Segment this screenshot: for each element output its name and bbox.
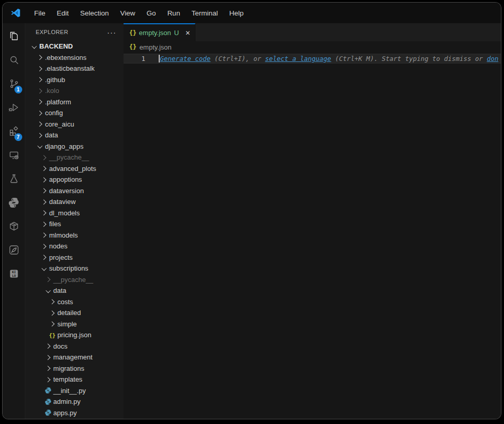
menu-item-go[interactable]: Go [141, 7, 162, 20]
activity-item-explorer[interactable] [3, 25, 25, 49]
json-icon: {} [129, 29, 136, 37]
activity-item-python[interactable] [3, 192, 25, 215]
breadcrumb: {} empty.json [124, 41, 501, 53]
tree-item-admin-py[interactable]: admin.py [25, 396, 124, 407]
tree-item-management[interactable]: management [25, 352, 124, 363]
activity-item-extensions[interactable]: 7 [3, 120, 25, 144]
ghost-text: Generate code (Ctrl+I), or select a lang… [160, 55, 499, 62]
tree-item-label: nodes [49, 242, 67, 250]
container-icon [8, 220, 20, 234]
tree-item--ebextensions[interactable]: .ebextensions [25, 52, 124, 64]
activity-item-testing[interactable] [3, 168, 25, 192]
tree-item--init-py[interactable]: __init__.py [25, 385, 124, 397]
menu-item-edit[interactable]: Edit [51, 7, 74, 20]
tree-item-files[interactable]: files [25, 218, 124, 230]
tree-item-label: costs [57, 298, 73, 306]
tree-item-dataversion[interactable]: dataversion [25, 185, 124, 197]
tree-item--kolo[interactable]: .kolo [25, 85, 124, 97]
tree-item-appoptions[interactable]: appoptions [25, 174, 124, 185]
tab-empty-json[interactable]: {} empty.json U ✕ [124, 23, 195, 41]
ghost-link[interactable]: Generate code [160, 55, 211, 62]
activity-item-search[interactable] [3, 49, 25, 73]
kilo-code-icon: KILO [8, 268, 20, 282]
tree-item-data[interactable]: data [25, 130, 124, 141]
tree-item--pycache-[interactable]: __pycache__ [25, 274, 124, 286]
tree-item-mlmodels[interactable]: mlmodels [25, 230, 124, 241]
tree-item-label: core_aicu [45, 120, 74, 128]
close-icon[interactable]: ✕ [185, 29, 190, 37]
menu-item-run[interactable]: Run [162, 7, 186, 20]
activity-bar: 17KILO [3, 23, 25, 419]
chevron-right-icon [45, 377, 50, 382]
tree-item-core-aicu[interactable]: core_aicu [25, 119, 124, 130]
activity-item-remote-explorer[interactable] [3, 144, 25, 168]
chevron-right-icon [41, 255, 45, 260]
menu-item-terminal[interactable]: Terminal [186, 7, 223, 20]
tree-item-projects[interactable]: projects [25, 252, 124, 263]
tree-item-label: detailed [57, 309, 81, 317]
tree-item-django-apps[interactable]: django_apps [25, 141, 124, 152]
tree-item-pricing-json[interactable]: {}pricing.json [25, 329, 124, 341]
menu-item-file[interactable]: File [28, 7, 51, 20]
tree-item-label: BACKEND [39, 42, 73, 50]
tree-item-nodes[interactable]: nodes [25, 241, 124, 252]
activity-item-source-control[interactable]: 1 [3, 73, 25, 97]
tree-item-costs[interactable]: costs [25, 296, 124, 308]
tree-item--pycache-[interactable]: __pycache__ [25, 152, 124, 163]
tree-item-dl-models[interactable]: dl_models [25, 208, 124, 219]
tree-item-backend[interactable]: BACKEND [25, 41, 124, 52]
chevron-right-icon [41, 155, 45, 160]
ghost-link[interactable]: select a language [265, 55, 331, 62]
chevron-right-icon [45, 355, 50, 359]
tree-item--platform[interactable]: .platform [25, 97, 124, 108]
tab-bar: {} empty.json U ✕ [124, 23, 501, 41]
tree-item-docs[interactable]: docs [25, 341, 124, 352]
tree-item-migrations[interactable]: migrations [25, 363, 124, 374]
tree-item-config[interactable]: config [25, 107, 124, 119]
ghost-link[interactable]: don [487, 55, 499, 62]
tree-item-label: advanced_plots [49, 165, 96, 172]
tree-item-apps-py[interactable]: apps.py [25, 407, 124, 419]
activity-item-run-and-debug[interactable] [3, 97, 25, 120]
chevron-down-icon [32, 43, 36, 48]
tree-item-detailed[interactable]: detailed [25, 307, 124, 319]
tree-item--github[interactable]: .github [25, 74, 124, 86]
activity-item-containers[interactable] [3, 215, 25, 239]
text-cursor [159, 55, 160, 62]
tree-item-label: config [45, 109, 63, 117]
json-file-icon: {} [49, 332, 56, 338]
tree-item-label: __pycache__ [49, 153, 89, 161]
tree-item-label: templates [53, 375, 82, 383]
svg-text:LO: LO [12, 274, 16, 277]
menu-item-help[interactable]: Help [223, 7, 249, 20]
tree-item-advanced-plots[interactable]: advanced_plots [25, 163, 124, 175]
activity-item-kilo-code[interactable]: KILO [3, 263, 25, 287]
tree-item-subscriptions[interactable]: subscriptions [25, 263, 124, 274]
tree-item-templates[interactable]: templates [25, 374, 124, 385]
more-actions-icon[interactable]: ··· [107, 28, 116, 37]
line-number: 1 [124, 55, 145, 62]
git-status-badge: U [174, 29, 179, 37]
menu-item-selection[interactable]: Selection [74, 7, 115, 20]
code-editor[interactable]: 1 Generate code (Ctrl+I), or select a la… [124, 53, 501, 419]
tree-item-dataview[interactable]: dataview [25, 196, 124, 208]
python-file-icon [44, 398, 52, 405]
chevron-right-icon [37, 77, 41, 82]
python-icon [8, 197, 20, 211]
chevron-right-icon [37, 122, 41, 127]
chevron-right-icon [41, 199, 45, 204]
chevron-right-icon [37, 100, 41, 104]
tree-item-label: files [49, 220, 61, 228]
activity-item-quill-extension[interactable] [3, 239, 25, 263]
chevron-right-icon [37, 133, 41, 137]
tree-item--elasticbeanstalk[interactable]: .elasticbeanstalk [25, 63, 124, 74]
tree-item-simple[interactable]: simple [25, 319, 124, 330]
current-line[interactable]: 1 Generate code (Ctrl+I), or select a la… [124, 54, 501, 64]
tree-item-label: docs [53, 342, 67, 350]
tree-item-data[interactable]: data [25, 285, 124, 296]
menu-item-view[interactable]: View [115, 7, 141, 20]
chevron-down-icon [45, 288, 50, 292]
tree-item-label: apps.py [53, 409, 77, 417]
breadcrumb-item[interactable]: empty.json [140, 43, 172, 51]
tree-item-label: mlmodels [49, 231, 78, 239]
